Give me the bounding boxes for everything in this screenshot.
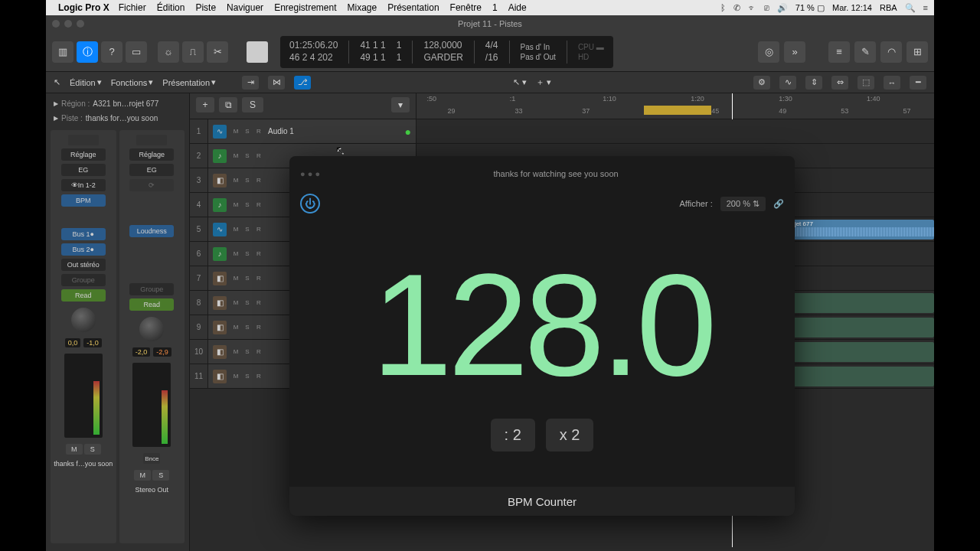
automation-mode[interactable]: Read	[61, 289, 106, 302]
global-solo-button[interactable]: S	[242, 97, 263, 112]
track-record[interactable]: R	[254, 201, 263, 210]
volume-icon[interactable]: 🔊	[777, 3, 788, 13]
track-solo[interactable]: S	[243, 298, 252, 308]
bus1-send-slot[interactable]: Bus 1 ●	[61, 228, 106, 240]
menu-enregistrement[interactable]: Enregistrement	[274, 2, 336, 13]
presentation-menu[interactable]: Présentation ▾	[162, 77, 216, 87]
editors-button[interactable]: ✂	[207, 41, 228, 63]
mixer-button[interactable]: ⎍	[182, 41, 204, 63]
help-button[interactable]: ?	[101, 41, 122, 63]
loudness-insert-slot[interactable]: Loudness	[129, 225, 174, 237]
volume-fader[interactable]	[64, 354, 103, 438]
track-mute[interactable]: M	[231, 152, 240, 161]
control-icon[interactable]: ⎚	[764, 3, 769, 12]
track-solo[interactable]: S	[243, 152, 252, 161]
pan-knob[interactable]	[139, 317, 164, 341]
track-mute[interactable]: M	[231, 347, 240, 357]
pointer-tool[interactable]: ↖ ▾	[513, 77, 527, 87]
drag-button[interactable]: ↔	[884, 76, 900, 90]
lcd-display[interactable]: 01:25:06.2046 2 4 202 41 1 149 1 1 11 12…	[280, 36, 613, 68]
plugin-traffic-icon[interactable]: ● ● ●	[300, 169, 320, 178]
group-slot[interactable]: Groupe	[61, 274, 106, 286]
menu-edition[interactable]: Édition	[157, 2, 185, 13]
menu-naviguer[interactable]: Naviguer	[227, 2, 263, 13]
track-solo[interactable]: S	[243, 372, 252, 381]
plugin-link-icon[interactable]: 🔗	[773, 199, 784, 209]
spotlight-icon[interactable]: 🔍	[905, 3, 916, 13]
setting-slot[interactable]: Réglage	[129, 148, 174, 161]
track-solo[interactable]: S	[243, 201, 252, 210]
waveform-zoom-button[interactable]: ∿	[779, 76, 796, 90]
track-record[interactable]: R	[254, 176, 263, 185]
track-record[interactable]: R	[254, 152, 263, 161]
track-solo[interactable]: S	[243, 127, 252, 136]
pointer-tool-icon[interactable]: ↖	[54, 77, 60, 87]
ruler[interactable]: + ⧉ S ▾ :50 :1 1:10 1:20 1:30 1:40 29 33…	[190, 93, 934, 119]
track-lane[interactable]	[416, 119, 934, 143]
master-button[interactable]: ◎	[758, 41, 779, 63]
inspector-region-row[interactable]: ▶Région : A321 bn…rojet 677	[46, 96, 189, 111]
battery-status[interactable]: 71 % ▢	[795, 3, 825, 13]
track-solo[interactable]: S	[243, 249, 252, 259]
menu-fichier[interactable]: Fichier	[119, 2, 146, 13]
loops-button[interactable]: ◠	[880, 41, 902, 63]
app-name[interactable]: Logic Pro X	[58, 2, 109, 13]
notes-button[interactable]: ✎	[854, 41, 876, 63]
track-mute[interactable]: M	[231, 225, 240, 234]
track-record[interactable]: R	[254, 347, 263, 357]
pan-knob[interactable]	[71, 308, 96, 332]
track-mute[interactable]: M	[231, 127, 240, 136]
cycle-region[interactable]	[644, 106, 711, 115]
inspector-button[interactable]: ⓘ	[77, 41, 98, 63]
track-mute[interactable]: M	[231, 372, 240, 381]
input-slot[interactable]: ⟳	[129, 179, 174, 191]
track-solo[interactable]: S	[243, 347, 252, 357]
add-tool[interactable]: ＋ ▾	[536, 77, 551, 88]
mute-button[interactable]: M	[66, 444, 83, 455]
more-button[interactable]: »	[784, 41, 805, 63]
track-mute[interactable]: M	[231, 323, 240, 332]
track-mute[interactable]: M	[231, 274, 240, 283]
smart-controls-button[interactable]: ☼	[158, 41, 179, 63]
track-mute[interactable]: M	[231, 201, 240, 210]
mute-button[interactable]: M	[134, 470, 151, 481]
gear-button[interactable]: ⚙	[753, 76, 770, 90]
bpm-double-button[interactable]: x 2	[546, 419, 594, 452]
track-header[interactable]: ∿ MSR Audio 1 ●	[208, 119, 416, 143]
group-slot[interactable]: Groupe	[129, 283, 174, 295]
eq-slot[interactable]: EG	[61, 164, 106, 176]
track-solo[interactable]: S	[243, 274, 252, 283]
toolbar-button[interactable]: ▭	[126, 41, 147, 63]
bpm-half-button[interactable]: : 2	[491, 419, 535, 452]
track-record[interactable]: R	[254, 372, 263, 381]
input-slot[interactable]: 👁 In 1-2	[61, 179, 106, 191]
bounce-button[interactable]: Bnce	[143, 453, 160, 464]
setting-slot[interactable]: Réglage	[61, 148, 106, 161]
track-solo[interactable]: S	[243, 225, 252, 234]
track-record[interactable]: R	[254, 249, 263, 259]
track-mute[interactable]: M	[231, 298, 240, 308]
edit-menu[interactable]: Édition ▾	[70, 77, 102, 87]
wifi-icon[interactable]: ᯤ	[748, 3, 756, 12]
list-editors-button[interactable]: ≡	[828, 41, 850, 63]
track-record[interactable]: R	[254, 298, 263, 308]
automation-mode[interactable]: Read	[129, 298, 174, 311]
track-mute[interactable]: M	[231, 176, 240, 185]
track-record[interactable]: R	[254, 323, 263, 332]
catch-button[interactable]: ⇥	[242, 76, 259, 90]
clock[interactable]: Mar. 12:14	[832, 3, 872, 12]
track-solo[interactable]: S	[243, 323, 252, 332]
plugin-window-bpm-counter[interactable]: ● ● ● thanks for watching see you soon ⏻…	[289, 156, 795, 516]
menu-mixage[interactable]: Mixage	[348, 2, 377, 13]
track-mute[interactable]: M	[231, 249, 240, 259]
track-record[interactable]: R	[254, 127, 263, 136]
menu-fenetre[interactable]: Fenêtre	[450, 2, 482, 13]
inspector-piste-row[interactable]: ▶Piste : thanks for…you soon	[46, 111, 189, 126]
menu-presentation[interactable]: Présentation	[387, 2, 439, 13]
menu-aide[interactable]: Aide	[508, 2, 527, 13]
link-button[interactable]: ⋈	[268, 76, 285, 90]
duplicate-track-button[interactable]: ⧉	[219, 97, 237, 112]
user-name[interactable]: RBA	[880, 3, 897, 12]
zoom-slider[interactable]: ━	[910, 76, 926, 90]
solo-button[interactable]: S	[84, 444, 101, 455]
